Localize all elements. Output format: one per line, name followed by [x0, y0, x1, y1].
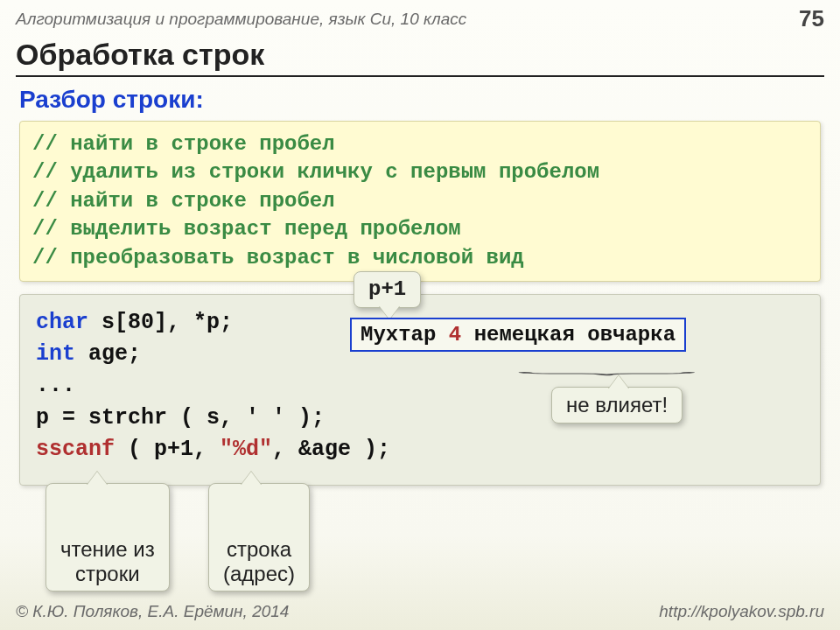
fn-sscanf: sscanf	[36, 437, 115, 462]
callout-text: строка (адрес)	[223, 537, 295, 585]
comment-line: // найти в строке пробел	[32, 187, 808, 215]
page-number: 75	[799, 5, 824, 32]
format-string: "%d"	[220, 437, 272, 462]
callout-tail-icon	[241, 472, 262, 486]
callout-no-effect: не влияет!	[551, 387, 682, 424]
callout-tail-icon	[87, 472, 108, 486]
code-text: , &age );	[272, 437, 390, 462]
example-string-box: Мухтар 4 немецкая овчарка	[350, 318, 686, 352]
keyword-char: char	[36, 310, 88, 335]
comment-line: // преобразовать возраст в числовой вид	[32, 244, 808, 272]
callout-text: чтение из строки	[60, 537, 155, 585]
brace-icon: ⏟	[519, 355, 694, 376]
comment-line: // выделить возраст перед пробелом	[32, 215, 808, 243]
code-line: sscanf ( p+1, "%d", &age );	[36, 434, 804, 466]
callout-string-address: строка (адрес)	[208, 483, 310, 592]
comment-line: // найти в строке пробел	[32, 130, 808, 158]
code-text: ( p+1,	[115, 437, 220, 462]
section-subtitle: Разбор строки:	[0, 84, 840, 121]
code-text: age;	[75, 341, 141, 367]
code-line: p = strchr ( s, ' ' );	[36, 402, 804, 434]
example-highlight: 4	[449, 323, 461, 346]
example-pre: Мухтар	[360, 323, 449, 346]
slide-footer: © К.Ю. Поляков, Е.А. Ерёмин, 2014 http:/…	[0, 602, 840, 621]
callout-text: p+1	[368, 277, 406, 301]
callout-p-plus-one: p+1	[354, 271, 421, 308]
keyword-int: int	[36, 341, 75, 367]
code-text: s[80], *p;	[88, 310, 233, 335]
callout-tail-icon	[608, 375, 629, 389]
comment-line: // удалить из строки кличку с первым про…	[32, 158, 808, 186]
callout-read-from-string: чтение из строки	[46, 483, 170, 592]
page-title: Обработка строк	[0, 36, 840, 75]
course-label: Алгоритмизация и программирование, язык …	[16, 10, 466, 29]
comment-block: // найти в строке пробел // удалить из с…	[19, 121, 821, 282]
authors-label: © К.Ю. Поляков, Е.А. Ерёмин, 2014	[16, 602, 289, 621]
title-underline	[16, 75, 824, 77]
example-post: немецкая овчарка	[461, 323, 676, 346]
callout-text: не влияет!	[566, 393, 668, 416]
slide-header: Алгоритмизация и программирование, язык …	[0, 0, 840, 36]
footer-url: http://kpolyakov.spb.ru	[659, 602, 824, 621]
